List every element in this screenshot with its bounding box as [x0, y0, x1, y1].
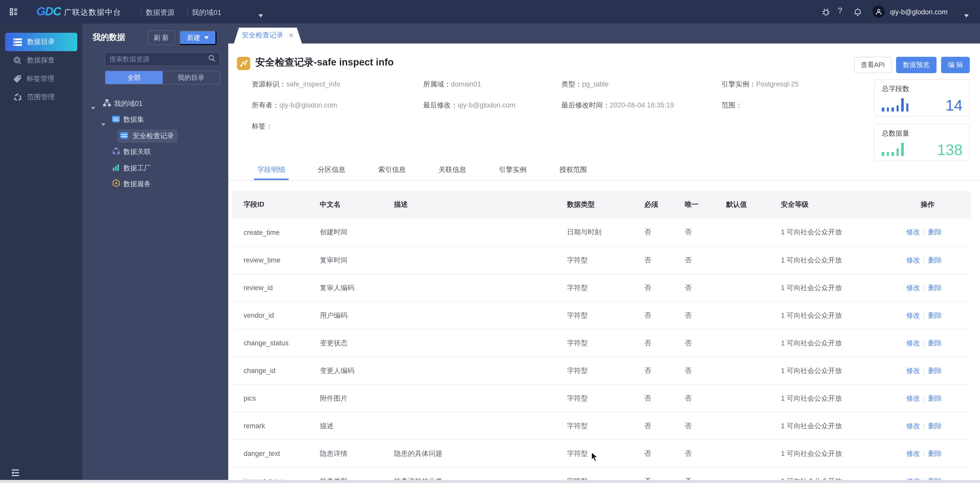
view-api-button[interactable]: 查看API: [854, 57, 891, 73]
domain-chevron-down-icon[interactable]: [258, 10, 263, 19]
segment-my-catalog[interactable]: 我的目录: [162, 71, 220, 84]
delete-link[interactable]: 删除: [928, 228, 942, 236]
tab-close-icon[interactable]: ✕: [288, 32, 294, 40]
row-actions: 修改|删除: [906, 421, 959, 431]
delete-link[interactable]: 删除: [928, 450, 942, 457]
sidebar-item-tag-management[interactable]: 标签管理: [5, 70, 77, 88]
edit-button[interactable]: 编 辑: [941, 57, 970, 73]
tree-node-selected-dataset[interactable]: 安全检查记录: [83, 128, 228, 144]
column-header: 唯一: [685, 200, 726, 209]
user-chevron-down-icon[interactable]: [964, 10, 969, 19]
data-tree-panel: 我的数据 刷 新 新建 全部 我的目录 我的域01: [83, 24, 228, 483]
table-cell: 1 可向社会公众开放: [781, 228, 906, 237]
layout-menu-icon[interactable]: [10, 8, 18, 15]
chart-bar: [887, 152, 889, 156]
row-actions: 修改|删除: [906, 394, 959, 403]
expander-caret-icon[interactable]: [101, 119, 105, 121]
row-actions: 修改|删除: [906, 256, 959, 265]
search-icon[interactable]: [208, 54, 215, 64]
modify-link[interactable]: 修改: [906, 339, 920, 346]
table-cell: 附件图片: [320, 394, 394, 403]
dataset-table-icon: [112, 115, 120, 125]
tree-node-label: 数据服务: [123, 180, 151, 189]
bug-report-icon[interactable]: [821, 7, 830, 16]
row-actions: 修改|删除: [906, 338, 959, 348]
new-button-label: 新建: [187, 33, 200, 42]
meta-item: 所有者：qiy-b@glodon.com: [252, 100, 423, 111]
column-header: 中文名: [320, 200, 394, 209]
refresh-button[interactable]: 刷 新: [147, 30, 175, 45]
detail-tab[interactable]: 索引信息: [378, 164, 406, 180]
delete-link[interactable]: 删除: [928, 284, 942, 291]
topbar-nav-domain[interactable]: 我的域01: [192, 8, 221, 17]
stat-card: 总数据量 138: [874, 124, 970, 161]
table-cell: danger_text: [243, 450, 320, 458]
gdc-logo: GDC: [37, 5, 61, 18]
detail-tab[interactable]: 字段明细: [258, 164, 285, 180]
help-icon[interactable]: ?: [838, 6, 842, 15]
user-avatar[interactable]: [873, 6, 885, 18]
sidebar-item-scope-management[interactable]: 范围管理: [5, 88, 77, 106]
modify-link[interactable]: 修改: [906, 394, 920, 402]
fields-table: 字段ID中文名描述数据类型必须唯一默认值安全等级操作 create_time创建…: [232, 191, 971, 483]
chart-bar: [891, 152, 894, 156]
chart-bar: [906, 103, 908, 111]
horizontal-scrollbar[interactable]: [0, 480, 980, 483]
table-cell: 否: [685, 283, 726, 292]
detail-tabs: 字段明细分区信息索引信息关联信息引擎实例授权范围: [228, 164, 980, 181]
tree-node-domain[interactable]: 我的域01: [83, 96, 228, 112]
modify-link[interactable]: 修改: [906, 256, 920, 264]
table-cell: 隐患详情: [320, 449, 394, 458]
notification-bell-icon[interactable]: [853, 7, 862, 16]
meta-label: 所属域：: [423, 80, 451, 88]
data-preview-button[interactable]: 数据预览: [896, 57, 937, 73]
user-email[interactable]: qiy-b@glodon.com: [890, 8, 948, 16]
collapse-sidebar-icon[interactable]: [11, 469, 19, 477]
expander-caret-icon[interactable]: [91, 103, 95, 105]
table-row: change_id变更人编码字符型否否1 可向社会公众开放修改|删除: [232, 357, 971, 384]
detail-tab[interactable]: 授权范围: [559, 164, 587, 180]
mini-bar-chart: [882, 98, 908, 111]
sidebar-item-data-catalog[interactable]: 数据目录: [5, 33, 77, 51]
modify-link[interactable]: 修改: [906, 228, 920, 236]
delete-link[interactable]: 删除: [928, 256, 942, 264]
detail-tab[interactable]: 关联信息: [439, 164, 466, 180]
tag-icon: [13, 75, 21, 83]
tree-node-dataset-group[interactable]: 数据集: [83, 112, 228, 128]
delete-link[interactable]: 删除: [928, 394, 942, 402]
topbar-nav-data-resource[interactable]: 数据资源: [146, 8, 175, 17]
segment-all[interactable]: 全部: [105, 71, 162, 84]
open-document-tab[interactable]: 安全检查记录 ✕: [234, 27, 302, 43]
column-header: 描述: [394, 200, 567, 209]
action-divider: |: [923, 311, 925, 319]
table-cell: 否: [685, 338, 726, 348]
detail-tab[interactable]: 分区信息: [318, 164, 345, 180]
tree-node-data-service[interactable]: 数据服务: [83, 176, 228, 192]
sidebar-item-data-explore[interactable]: 数据探查: [5, 51, 77, 70]
tree-node-data-factory[interactable]: 数据工厂: [83, 160, 228, 176]
delete-link[interactable]: 删除: [928, 422, 942, 429]
table-cell: 否: [644, 338, 685, 348]
row-actions: 修改|删除: [906, 283, 959, 292]
modify-link[interactable]: 修改: [906, 450, 920, 457]
modify-link[interactable]: 修改: [906, 422, 920, 429]
table-cell: 否: [644, 256, 685, 265]
modify-link[interactable]: 修改: [906, 311, 920, 319]
new-button[interactable]: 新建: [179, 30, 216, 45]
chart-bar: [896, 105, 899, 111]
tree-panel-title: 我的数据: [92, 32, 126, 43]
search-input[interactable]: [105, 55, 208, 63]
sidebar-nav: 数据目录 数据探查 标签管理 范围管理: [0, 24, 83, 483]
delete-link[interactable]: 删除: [928, 339, 942, 346]
sidebar-item-label: 范围管理: [27, 93, 55, 102]
delete-link[interactable]: 删除: [928, 367, 942, 374]
table-cell: 1 可向社会公众开放: [781, 338, 906, 348]
detail-tab[interactable]: 引擎实例: [499, 164, 527, 180]
modify-link[interactable]: 修改: [906, 284, 920, 291]
delete-link[interactable]: 删除: [928, 311, 942, 319]
modify-link[interactable]: 修改: [906, 367, 920, 374]
tree-node-data-relation[interactable]: 数据关联: [83, 144, 228, 160]
table-cell: create_time: [243, 229, 320, 236]
sidebar-item-label: 数据目录: [27, 37, 55, 46]
table-cell: 1 可向社会公众开放: [781, 256, 906, 265]
